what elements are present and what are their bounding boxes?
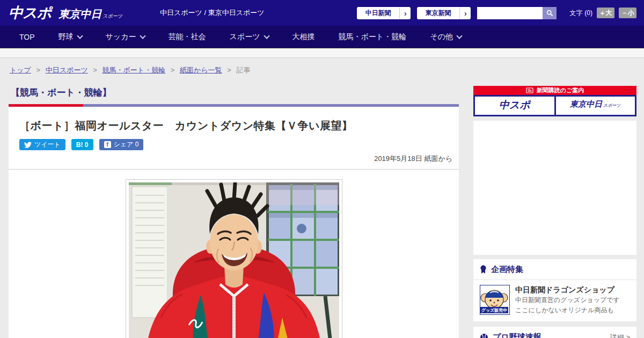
article-divider <box>9 169 459 170</box>
nav-item-sports[interactable]: スポーツ <box>230 32 269 42</box>
tokyo-shimbun-button[interactable]: 東京新聞 › <box>417 7 471 19</box>
nav-item-top[interactable]: TOP <box>19 33 35 41</box>
breadcrumb: トップ > 中日スポーツ > 競馬・ボート・競輪 > 紙面から一覧 > 記事 <box>0 58 644 80</box>
site-header: 中スポ 東京中日 スポーツ 中日スポーツ / 東京中日スポーツ 中日新聞 › 東… <box>0 0 644 26</box>
feature-heading-label: 企画特集 <box>491 264 523 275</box>
chevron-down-icon <box>140 33 145 39</box>
nav-item-soccer[interactable]: サッカー <box>106 32 145 42</box>
font-larger-button[interactable]: ＋大 <box>597 8 614 18</box>
scoreboard-heading-label: プロ野球速報 <box>493 332 541 338</box>
feature-item-dragons-shop[interactable]: グッズ販売中 中日新聞ドラゴンズショップ 中日新聞直営のグッズショップです ここ… <box>473 280 636 321</box>
chunichi-shimbun-label: 中日新聞 <box>357 9 399 18</box>
subscription-banner-body: 中スポ 東京中日 スポーツ <box>473 95 636 116</box>
subscription-banner-label: 新聞購読のご案内 <box>537 86 584 94</box>
nav-item-racing[interactable]: 競馬・ボート・競輪 <box>339 32 407 42</box>
social-buttons: ツイート B! 0 f シェア 0 <box>19 139 459 150</box>
breadcrumb-chunichi-sports[interactable]: 中日スポーツ <box>46 66 88 74</box>
chevron-down-icon <box>456 33 462 39</box>
feature-heading: 企画特集 <box>473 259 636 280</box>
subscription-banner[interactable]: 新聞購読のご案内 中スポ 東京中日 スポーツ <box>473 86 636 116</box>
scoreboard-heading: プロ野球速報 <box>480 332 541 338</box>
breadcrumb-separator: > <box>227 66 231 74</box>
search-button[interactable] <box>543 7 557 19</box>
font-smaller-button[interactable]: －小 <box>619 8 636 18</box>
tweet-button[interactable]: ツイート <box>19 139 65 150</box>
breadcrumb-article: 記事 <box>236 66 250 74</box>
breadcrumb-racing[interactable]: 競馬・ボート・競輪 <box>103 66 166 74</box>
chevron-right-icon: › <box>459 8 471 19</box>
hatena-label: B! 0 <box>76 141 89 149</box>
nav-item-sumo[interactable]: 大相撲 <box>292 32 315 42</box>
chevron-right-icon: › <box>399 8 411 19</box>
breadcrumb-separator: > <box>93 66 97 74</box>
nav-item-entertainment[interactable]: 芸能・社会 <box>169 32 206 42</box>
breadcrumb-separator: > <box>171 66 175 74</box>
logo-tokyo-chunichi-small: スポーツ <box>103 13 122 20</box>
feature-item-title: 中日新聞ドラゴンズショップ <box>515 285 620 295</box>
logo-tokyo-chunichi: 東京中日 <box>58 7 101 21</box>
chevron-down-icon <box>264 33 269 39</box>
tweet-label: ツイート <box>34 140 61 149</box>
subscription-chuspo-button[interactable]: 中スポ <box>475 97 554 115</box>
baseball-icon <box>480 333 488 338</box>
subscription-tokyo-chunichi-button[interactable]: 東京中日 スポーツ <box>556 97 635 115</box>
feature-item-text: 中日新聞ドラゴンズショップ 中日新聞直営のグッズショップです ここにしかないオリ… <box>515 285 620 315</box>
search-box <box>477 7 557 19</box>
article-photo <box>126 179 342 338</box>
facebook-icon: f <box>104 141 111 148</box>
nav-item-baseball[interactable]: 野球 <box>58 32 82 42</box>
breadcrumb-paper-list[interactable]: 紙面から一覧 <box>180 66 222 74</box>
hatena-bookmark-button[interactable]: B! 0 <box>71 139 93 150</box>
share-label: シェア 0 <box>114 140 139 149</box>
font-size-control: 文字 (0) ＋大 －小 <box>569 8 636 18</box>
scoreboard-section: プロ野球速報 詳細 > <box>473 327 636 338</box>
article-date: 2019年5月18日 紙面から <box>9 154 452 164</box>
dragons-mascot-icon: グッズ販売中 <box>480 285 508 313</box>
search-icon <box>546 10 553 17</box>
site-names-text: 中日スポーツ / 東京中日スポーツ <box>160 8 265 18</box>
nav-item-other[interactable]: その他 <box>430 32 462 42</box>
header-sub-band <box>0 49 644 58</box>
page: 中スポ 東京中日 スポーツ 中日スポーツ / 東京中日スポーツ 中日新聞 › 東… <box>0 0 644 338</box>
twitter-icon <box>24 142 32 148</box>
ad-placeholder <box>473 121 636 255</box>
main-nav: TOP 野球 サッカー 芸能・社会 スポーツ 大相撲 競馬・ボート・競輪 その他 <box>0 26 644 48</box>
feature-section: 企画特集 グッズ販売中 <box>473 259 636 321</box>
sidebar: 新聞購読のご案内 中スポ 東京中日 スポーツ 企画特集 <box>473 86 636 338</box>
mascot-thumbnail: グッズ販売中 <box>480 285 510 315</box>
boat-racer-photo <box>129 182 339 338</box>
article-title: ［ボート］福岡オールスター カウントダウン特集【Ｖ争い展望】 <box>19 119 449 133</box>
font-size-count: (0) <box>584 9 592 17</box>
scoreboard-heading-row: プロ野球速報 詳細 > <box>473 327 636 338</box>
logo-chuspo: 中スポ <box>9 3 51 23</box>
breadcrumb-top[interactable]: トップ <box>10 66 31 74</box>
feature-item-line2: ここにしかないオリジナル商品も <box>515 305 620 315</box>
breadcrumb-separator: > <box>36 66 41 74</box>
article-panel: ［ボート］福岡オールスター カウントダウン特集【Ｖ争い展望】 ツイート B! 0… <box>9 107 459 338</box>
chunichi-shimbun-button[interactable]: 中日新聞 › <box>357 7 411 19</box>
feature-item-line1: 中日新聞直営のグッズショップです <box>515 295 620 305</box>
ribbon-icon <box>480 265 487 274</box>
subscription-tokyo-chunichi-logo: 東京中日 <box>570 100 602 108</box>
category-heading: 【競馬・ボート・競輪】 <box>11 86 112 99</box>
subscription-banner-header: 新聞購読のご案内 <box>473 86 636 95</box>
chevron-down-icon <box>77 33 83 39</box>
font-size-label: 文字 <box>569 9 582 18</box>
subscription-tokyo-chunichi-logo-small: スポーツ <box>603 102 621 108</box>
newspaper-icon <box>526 87 533 93</box>
mascot-badge-text: グッズ販売中 <box>481 308 508 313</box>
tokyo-shimbun-label: 東京新聞 <box>417 9 459 18</box>
subscription-chuspo-logo: 中スポ <box>499 100 530 110</box>
scoreboard-detail-link[interactable]: 詳細 > <box>610 333 630 338</box>
facebook-share-button[interactable]: f シェア 0 <box>99 139 144 150</box>
site-logo[interactable]: 中スポ 東京中日 スポーツ <box>9 3 122 23</box>
search-input[interactable] <box>477 7 543 19</box>
